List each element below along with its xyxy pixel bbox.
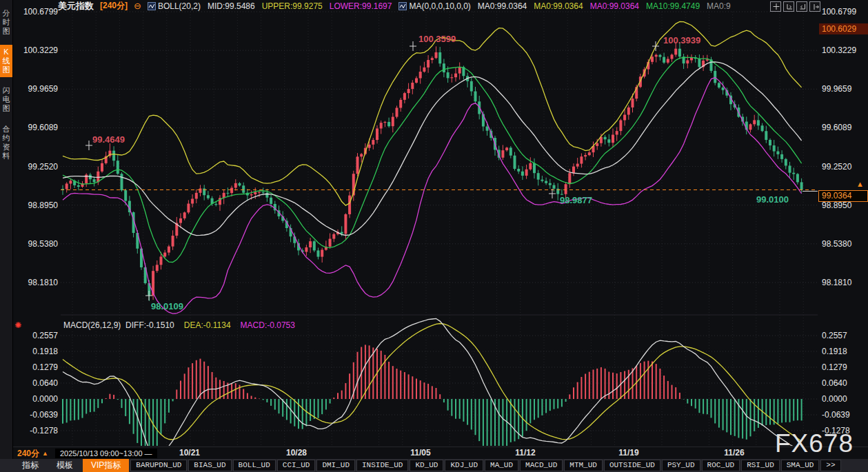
header-readout: BOLL(20,2) — [148, 1, 201, 11]
indicator-button[interactable]: BOLL_UD — [233, 460, 276, 471]
indicator-button[interactable]: OUTSIDE_UD — [604, 460, 660, 471]
collapse-circle-minus-icon[interactable]: ⊖ — [134, 1, 141, 10]
header-readout-text: MA0:9 — [707, 1, 731, 11]
price-annotation: 99.4649 — [92, 134, 125, 145]
header-readout: MA0:9 — [707, 1, 731, 11]
price-annotation: 99.0100 — [756, 194, 789, 205]
header-readout-text: MID:99.5486 — [208, 1, 255, 11]
indicator-button[interactable]: SMA_UD — [781, 460, 820, 471]
price-axis-label-right: 99.6089 — [822, 123, 867, 132]
price-annotation: 100.3939 — [663, 35, 700, 45]
sidebar-item-3[interactable]: 闪电图 — [0, 83, 12, 116]
price-axis-label-right: 99.9659 — [822, 84, 867, 94]
main-chart-canvas[interactable] — [0, 0, 868, 472]
indicator-button[interactable]: PSY_UD — [662, 460, 700, 471]
date-tick-label: 11/19 — [618, 448, 638, 458]
macd-title: MACD(26,12,9) DIFF:-0.1510 — [63, 320, 174, 330]
macd-axis-label-left: 0.0000 — [12, 394, 58, 404]
macd-axis-label-right: 0.0640 — [822, 378, 867, 388]
axis-zoom-left-icon[interactable] — [783, 1, 794, 12]
last-price-badge: 99.0364 — [818, 190, 868, 202]
macd-axis-label-right: 0.2557 — [822, 331, 867, 340]
more-indicators-button[interactable]: >> — [820, 460, 840, 471]
sidebar-item-2[interactable]: K线图 — [0, 45, 12, 77]
indicator-button[interactable]: BIAS_UD — [188, 460, 231, 471]
indicator-button[interactable]: MA_UD — [485, 460, 518, 471]
macd-axis-label-left: 0.1279 — [12, 362, 58, 372]
price-axis-label-left: 100.3229 — [12, 45, 58, 55]
toolbar-tab-1[interactable]: 指标 — [14, 459, 47, 472]
macd-series — [63, 318, 802, 464]
header-readout-text: MA0:99.0364 — [590, 1, 639, 11]
toolbar-tab-3[interactable]: VIP指标 — [83, 459, 129, 472]
indicator-toolbar: 指标模板VIP指标BARUPDN_UDBIAS_UDBOLL_UDCCI_UDD… — [0, 459, 868, 472]
indicator-button[interactable]: INSIDE_UD — [356, 460, 408, 471]
header-readout-text: UPPER:99.9275 — [262, 1, 323, 11]
macd-axis-label-left: 0.2557 — [12, 331, 58, 340]
header-readout: MA0:99.0364 — [534, 1, 583, 11]
fx678-watermark: FX678 — [775, 429, 854, 458]
sidebar-item-4[interactable]: 合约资料 — [0, 122, 12, 163]
date-tick-label: 11/05 — [410, 448, 430, 458]
mini-chart-icon — [148, 2, 156, 10]
chart-nav-icons — [770, 1, 820, 12]
price-axis-label-left: 98.8950 — [12, 201, 58, 210]
price-axis-label-left: 98.5380 — [12, 239, 58, 249]
macd-axis-label-right: 0.1918 — [822, 347, 867, 356]
indicator-button[interactable]: DMI_UD — [316, 460, 355, 471]
chart-header: 美元指数 [240分] ⊖ BOLL(20,2)MID:99.5486UPPER… — [12, 0, 868, 12]
date-tick-label: 11/12 — [515, 448, 535, 458]
date-tick-label: 11/26 — [724, 448, 744, 458]
indicator-button[interactable]: KD_UD — [410, 460, 443, 471]
period-chip[interactable]: 240分 — [17, 448, 39, 460]
price-axis-label-left: 99.9659 — [12, 84, 58, 94]
indicator-button[interactable]: BARUPDN_UD — [130, 460, 187, 471]
macd-axis-label-right: 0.0000 — [822, 394, 867, 404]
price-axis-label-left: 99.6089 — [12, 123, 58, 132]
header-readout: MA(0,0,0,10,0,0) — [398, 1, 470, 11]
price-axis-label-left: 99.2520 — [12, 162, 58, 172]
header-readout: MA10:99.4749 — [646, 1, 700, 11]
indicator-button[interactable]: ROC_UD — [702, 460, 740, 471]
price-axis-label-right: 98.1810 — [822, 278, 867, 287]
axis-zoom-right-icon[interactable] — [796, 1, 807, 12]
sidebar-item-1[interactable]: 分时图 — [0, 6, 12, 39]
header-readout-text: MA0:99.0364 — [534, 1, 583, 11]
pan-icon[interactable] — [770, 1, 781, 12]
price-axis-label-right: 100.3229 — [822, 45, 867, 55]
indicator-button[interactable]: MACD_UD — [520, 460, 563, 471]
header-readout: UPPER:99.9275 — [262, 1, 323, 11]
indicator-button[interactable]: RSI_UD — [741, 460, 780, 471]
indicator-readouts: BOLL(20,2)MID:99.5486UPPER:99.9275LOWER:… — [148, 1, 731, 11]
header-readout-text: MA(0,0,0,10,0,0) — [409, 1, 470, 11]
mini-chart-icon — [398, 2, 407, 10]
price-annotation: 98.0109 — [151, 301, 183, 311]
toolbar-tab-2[interactable]: 模板 — [48, 459, 81, 472]
macd-axis-label-left: -0.1278 — [12, 426, 58, 435]
sidebar: 分时图K线图闪电图合约资料 — [0, 0, 13, 472]
macd-hist-value: MACD:-0.0753 — [241, 320, 295, 330]
header-readout: MA0:99.0364 — [478, 1, 527, 11]
shift-right-icon[interactable] — [809, 1, 820, 12]
macd-axis-label-right: 0.1279 — [822, 362, 867, 372]
macd-header: MACD(26,12,9) DIFF:-0.1510 DEA:-0.1134 M… — [0, 320, 295, 330]
bar-info-box: 2025/10/13 09:00~13:00 — — [55, 449, 157, 458]
indicator-button[interactable]: CCI_UD — [277, 460, 316, 471]
header-readout-text: MA10:99.4749 — [646, 1, 700, 11]
macd-axis-label-right: -0.0639 — [822, 410, 867, 420]
price-annotation: 100.3599 — [418, 34, 456, 44]
header-readout-text: MA0:99.0364 — [478, 1, 527, 11]
header-readout: LOWER:99.1697 — [330, 1, 392, 11]
indicator-button[interactable]: MTM_UD — [564, 460, 603, 471]
period-label: [240分] — [100, 0, 128, 12]
header-readout-text: LOWER:99.1697 — [330, 1, 392, 11]
price-up-arrow-icon: ▲ — [856, 180, 864, 188]
price-annotation: 98.9877 — [560, 195, 592, 205]
date-tick-label: 10/28 — [286, 448, 307, 458]
session-high-badge: 100.6029 — [819, 23, 868, 34]
header-readout: MID:99.5486 — [208, 1, 255, 11]
indicator-button[interactable]: KDJ_UD — [445, 460, 483, 471]
macd-axis-label-left: -0.0639 — [12, 410, 58, 420]
price-axis-label-right: 98.5380 — [822, 239, 867, 249]
grid-lines — [61, 12, 818, 445]
